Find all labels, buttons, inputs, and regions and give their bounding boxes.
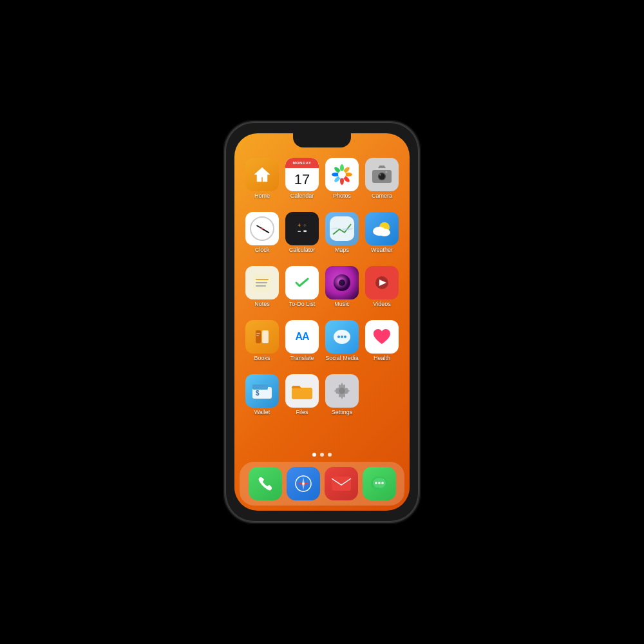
screen-content: Home MONDAY 17 Calendar (234, 151, 410, 511)
svg-point-30 (339, 279, 345, 286)
clock-minute-hand (262, 228, 270, 233)
health-label: Health (374, 355, 390, 362)
calculator-label: Calculator (289, 247, 316, 254)
app-clock[interactable]: Clock (243, 212, 281, 263)
videos-label: Videos (373, 301, 390, 308)
translate-label: Translate (290, 355, 314, 362)
app-health[interactable]: Health (363, 320, 401, 372)
photos-label: Photos (333, 193, 351, 200)
dock-messages[interactable] (363, 467, 396, 500)
clock-icon (245, 212, 279, 245)
camera-label: Camera (372, 193, 392, 200)
svg-point-23 (379, 229, 390, 236)
maps-label: Maps (335, 247, 349, 254)
svg-point-41 (344, 336, 346, 338)
videos-icon (365, 266, 399, 299)
svg-rect-34 (256, 330, 261, 343)
phone-screen: Home MONDAY 17 Calendar (234, 133, 410, 511)
files-label: Files (296, 410, 308, 416)
app-home[interactable]: Home (243, 158, 281, 209)
svg-rect-25 (256, 279, 269, 280)
app-settings[interactable]: Settings (323, 374, 361, 426)
social-label: Social Media (325, 355, 359, 362)
home-icon (245, 158, 279, 191)
phone-icon (249, 467, 282, 500)
dock-phone[interactable] (249, 467, 282, 500)
dock (240, 462, 404, 506)
app-files[interactable]: Files (283, 374, 321, 426)
home-label: Home (254, 193, 270, 200)
svg-rect-43 (252, 384, 268, 390)
svg-text:=: = (303, 228, 307, 234)
health-icon (365, 320, 399, 354)
app-photos[interactable]: Photos (323, 158, 361, 209)
dock-compass[interactable] (287, 467, 320, 500)
books-label: Books (254, 355, 270, 362)
svg-rect-35 (262, 330, 269, 343)
app-todolist[interactable]: To-Do List (283, 266, 321, 317)
photos-icon (325, 158, 359, 191)
svg-rect-36 (256, 333, 260, 334)
calendar-header: MONDAY (285, 158, 319, 168)
app-camera[interactable]: Camera (363, 158, 401, 209)
svg-point-55 (378, 482, 381, 484)
app-notes[interactable]: Notes (243, 266, 281, 317)
app-music[interactable]: Music (323, 266, 361, 317)
calendar-label: Calendar (290, 193, 314, 200)
svg-text:$: $ (256, 390, 260, 397)
svg-point-50 (302, 482, 305, 485)
app-calendar[interactable]: MONDAY 17 Calendar (283, 158, 321, 209)
svg-point-39 (337, 336, 340, 338)
notch (293, 133, 351, 147)
social-icon (325, 320, 359, 354)
messages-icon (363, 467, 396, 500)
dot-1 (312, 453, 316, 457)
wallet-label: Wallet (254, 410, 270, 416)
app-videos[interactable]: Videos (363, 266, 401, 317)
maps-icon (325, 212, 359, 245)
files-icon (285, 374, 319, 408)
weather-label: Weather (371, 247, 393, 254)
app-translate[interactable]: AA Translate (283, 320, 321, 372)
clock-label: Clock (255, 247, 270, 254)
translate-icon: AA (285, 320, 319, 354)
svg-rect-15 (294, 220, 310, 237)
svg-point-14 (386, 171, 388, 173)
svg-point-40 (341, 336, 343, 338)
svg-point-9 (338, 171, 346, 178)
todolist-label: To-Do List (289, 301, 316, 308)
compass-icon (287, 467, 320, 500)
wallet-icon: $ (245, 374, 279, 408)
app-calculator[interactable]: + ÷ − = Calculator (283, 212, 321, 263)
clock-center-dot (261, 228, 263, 230)
music-icon (325, 266, 359, 299)
svg-text:−: − (298, 228, 301, 234)
svg-rect-27 (256, 285, 266, 287)
dock-mail[interactable] (325, 467, 358, 500)
app-weather[interactable]: Weather (363, 212, 401, 263)
app-maps[interactable]: Maps (323, 212, 361, 263)
svg-rect-37 (256, 335, 259, 336)
svg-rect-26 (256, 282, 267, 283)
calculator-icon: + ÷ − = (285, 212, 319, 245)
calendar-day: 17 (294, 168, 310, 191)
settings-label: Settings (332, 410, 353, 416)
todolist-icon (285, 266, 319, 299)
app-empty (363, 374, 401, 426)
svg-point-54 (375, 482, 377, 484)
svg-rect-45 (292, 388, 312, 399)
page-dots (312, 453, 332, 457)
music-label: Music (334, 301, 350, 308)
app-books[interactable]: Books (243, 320, 281, 372)
app-social[interactable]: Social Media (323, 320, 361, 372)
app-grid: Home MONDAY 17 Calendar (238, 151, 406, 450)
camera-icon (365, 158, 399, 191)
phone-device: Home MONDAY 17 Calendar (225, 122, 419, 522)
svg-point-13 (379, 174, 381, 175)
notes-icon (245, 266, 279, 299)
calendar-icon: MONDAY 17 (285, 158, 319, 191)
dot-2 (320, 453, 324, 457)
settings-icon (325, 374, 359, 408)
app-wallet[interactable]: $ Wallet (243, 374, 281, 426)
dot-3 (328, 453, 332, 457)
